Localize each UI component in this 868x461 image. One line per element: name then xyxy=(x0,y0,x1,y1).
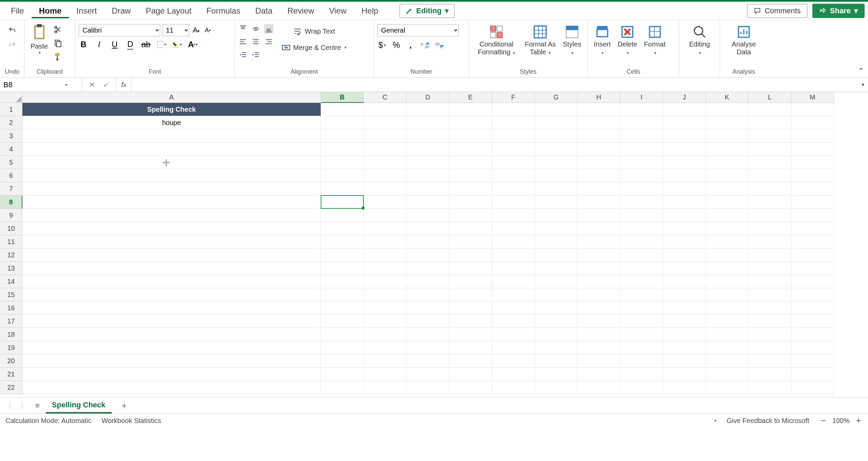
cell-B19[interactable] xyxy=(321,341,364,354)
cut-button[interactable] xyxy=(53,25,63,34)
cell-G12[interactable] xyxy=(535,248,578,262)
cell-I8[interactable] xyxy=(620,196,663,209)
cell-J21[interactable] xyxy=(663,368,706,381)
collapse-ribbon-button[interactable]: ⌃ xyxy=(858,67,864,75)
cell-E9[interactable] xyxy=(449,209,492,222)
cell-L20[interactable] xyxy=(749,354,791,368)
cell-M7[interactable] xyxy=(791,182,834,196)
decrease-decimal-button[interactable]: .00.0 xyxy=(434,40,444,50)
cell-F17[interactable] xyxy=(492,315,535,328)
cell-I1[interactable] xyxy=(620,103,663,116)
cell-C3[interactable] xyxy=(364,129,407,143)
cell-J9[interactable] xyxy=(663,209,706,222)
cell-H8[interactable] xyxy=(578,196,620,209)
cell-A10[interactable] xyxy=(22,222,321,235)
cell-H19[interactable] xyxy=(578,341,620,354)
cell-E10[interactable] xyxy=(449,222,492,235)
cell-D1[interactable] xyxy=(407,103,449,116)
cell-M9[interactable] xyxy=(791,209,834,222)
cell-J22[interactable] xyxy=(663,381,706,394)
cell-C21[interactable] xyxy=(364,368,407,381)
cell-K6[interactable] xyxy=(706,169,749,182)
row-header-18[interactable]: 18 xyxy=(0,328,22,341)
cell-D21[interactable] xyxy=(407,368,449,381)
row-header-11[interactable]: 11 xyxy=(0,235,22,248)
cell-K18[interactable] xyxy=(706,328,749,341)
cell-F13[interactable] xyxy=(492,262,535,275)
underline-button[interactable]: U xyxy=(110,40,119,49)
cell-L10[interactable] xyxy=(749,222,791,235)
cell-L22[interactable] xyxy=(749,381,791,394)
next-sheet-button[interactable]: 〉 xyxy=(18,400,29,411)
cell-H10[interactable] xyxy=(578,222,620,235)
row-header-22[interactable]: 22 xyxy=(0,381,22,394)
row-header-7[interactable]: 7 xyxy=(0,182,22,196)
cell-I19[interactable] xyxy=(620,341,663,354)
cell-A7[interactable] xyxy=(22,182,321,196)
cell-I3[interactable] xyxy=(620,129,663,143)
cell-L2[interactable] xyxy=(749,116,791,129)
row-header-15[interactable]: 15 xyxy=(0,288,22,301)
row-header-8[interactable]: 8 xyxy=(0,196,22,209)
give-feedback-label[interactable]: Give Feedback to Microsoft xyxy=(727,417,809,425)
percent-button[interactable]: % xyxy=(392,40,401,50)
cell-L7[interactable] xyxy=(749,182,791,196)
cell-K8[interactable] xyxy=(706,196,749,209)
cell-F1[interactable] xyxy=(492,103,535,116)
cell-B7[interactable] xyxy=(321,182,364,196)
cell-J15[interactable] xyxy=(663,288,706,301)
column-header-K[interactable]: K xyxy=(706,92,749,103)
column-header-B[interactable]: B xyxy=(321,92,364,103)
align-right-button[interactable] xyxy=(264,37,273,47)
cell-C19[interactable] xyxy=(364,341,407,354)
cell-M2[interactable] xyxy=(791,116,834,129)
cell-B9[interactable] xyxy=(321,209,364,222)
row-header-3[interactable]: 3 xyxy=(0,129,22,143)
format-as-table-button[interactable]: Format As Table ▾ xyxy=(522,23,559,57)
cell-B12[interactable] xyxy=(321,248,364,262)
comma-button[interactable]: , xyxy=(406,40,415,50)
cell-C17[interactable] xyxy=(364,315,407,328)
cell-G18[interactable] xyxy=(535,328,578,341)
cell-H12[interactable] xyxy=(578,248,620,262)
cell-I10[interactable] xyxy=(620,222,663,235)
cell-C6[interactable] xyxy=(364,169,407,182)
cell-M21[interactable] xyxy=(791,368,834,381)
cell-E5[interactable] xyxy=(449,156,492,169)
cell-L19[interactable] xyxy=(749,341,791,354)
cell-D3[interactable] xyxy=(407,129,449,143)
tab-home[interactable]: Home xyxy=(32,3,69,18)
cell-E14[interactable] xyxy=(449,275,492,288)
cell-D11[interactable] xyxy=(407,235,449,248)
column-header-F[interactable]: F xyxy=(492,92,535,103)
cell-K15[interactable] xyxy=(706,288,749,301)
cell-H14[interactable] xyxy=(578,275,620,288)
cell-G13[interactable] xyxy=(535,262,578,275)
undo-button[interactable] xyxy=(7,25,17,35)
cell-M15[interactable] xyxy=(791,288,834,301)
cell-E16[interactable] xyxy=(449,301,492,315)
increase-font-button[interactable]: A▴ xyxy=(191,25,201,35)
cell-C5[interactable] xyxy=(364,156,407,169)
column-header-A[interactable]: A xyxy=(22,92,321,103)
cell-H11[interactable] xyxy=(578,235,620,248)
row-header-21[interactable]: 21 xyxy=(0,368,22,381)
format-cells-button[interactable]: Format▾ xyxy=(641,23,668,57)
cell-J17[interactable] xyxy=(663,315,706,328)
cell-G2[interactable] xyxy=(535,116,578,129)
align-bottom-button[interactable] xyxy=(264,24,273,34)
row-header-6[interactable]: 6 xyxy=(0,169,22,182)
font-name-select[interactable]: Calibri xyxy=(79,24,160,36)
cell-M8[interactable] xyxy=(791,196,834,209)
row-header-17[interactable]: 17 xyxy=(0,315,22,328)
cell-A9[interactable] xyxy=(22,209,321,222)
cell-C22[interactable] xyxy=(364,381,407,394)
tab-review[interactable]: Review xyxy=(280,3,322,18)
cell-D22[interactable] xyxy=(407,381,449,394)
insert-cells-button[interactable]: Insert▾ xyxy=(591,23,614,57)
cell-D19[interactable] xyxy=(407,341,449,354)
cell-D4[interactable] xyxy=(407,143,449,156)
cell-J13[interactable] xyxy=(663,262,706,275)
cell-L16[interactable] xyxy=(749,301,791,315)
cell-E15[interactable] xyxy=(449,288,492,301)
